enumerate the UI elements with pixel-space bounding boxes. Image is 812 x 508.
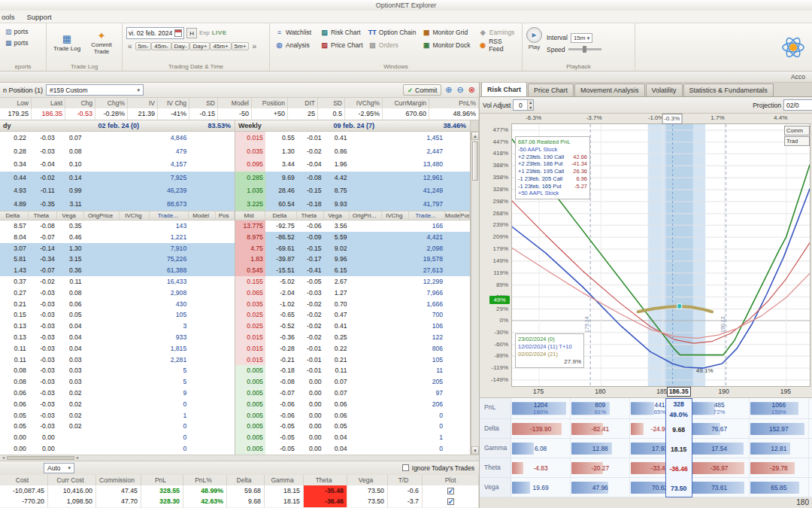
- table-row[interactable]: 4.93-0.110.9946,239: [0, 184, 235, 198]
- table-row[interactable]: 0.015-0.21-0.010.21105: [235, 354, 470, 366]
- scroll-left-icon[interactable]: ◄: [2, 455, 5, 460]
- table-row[interactable]: 0.005-0.18-0.010.1111: [235, 365, 470, 376]
- windows-item-option-chain[interactable]: TTOption Chain: [367, 29, 421, 36]
- position-select[interactable]: #159 Custom▾: [46, 84, 144, 96]
- table-row[interactable]: 0.005-0.050.000.041: [235, 432, 470, 443]
- menu-support[interactable]: Support: [26, 13, 51, 21]
- table-row[interactable]: 0.000.000: [0, 443, 235, 455]
- table-row[interactable]: 0.005-0.050.000.040: [235, 443, 470, 455]
- column-header[interactable]: Delta: [265, 211, 297, 220]
- table-row[interactable]: 0.005-0.060.000.06206: [235, 399, 470, 410]
- menu-tools[interactable]: ools: [2, 13, 14, 21]
- column-header[interactable]: Pos: [216, 211, 235, 220]
- nav-5m-[interactable]: 5m+: [232, 42, 250, 50]
- column-header[interactable]: Vega: [324, 211, 350, 220]
- column-header[interactable]: IVChg: [382, 211, 409, 220]
- tab-movement-analysis[interactable]: Movement Analysis: [574, 84, 645, 96]
- table-row[interactable]: 0.2859.69-0.084.4212,961: [235, 172, 470, 185]
- tab-volatility[interactable]: Volatility: [646, 84, 683, 96]
- table-row[interactable]: 0.34-0.040.104,157: [0, 158, 235, 172]
- commit-trade-button[interactable]: ✦Commit Trade: [85, 26, 118, 60]
- close-position-icon[interactable]: ⊗: [468, 85, 476, 95]
- vol-adjust-stepper[interactable]: 0 ▲▼: [513, 99, 534, 111]
- scroll-down-icon[interactable]: ▼: [471, 446, 479, 455]
- interval-select[interactable]: 15m ▾: [571, 33, 592, 43]
- table-row[interactable]: 0.005-0.060.000.060: [235, 410, 470, 421]
- table-row[interactable]: 0.05-0.030.020: [0, 421, 235, 432]
- nav-45m-[interactable]: 45m-: [151, 42, 171, 50]
- projection-select[interactable]: 02/0: [783, 99, 812, 111]
- table-row[interactable]: 0.005-0.070.000.0797: [235, 388, 470, 399]
- live-indicator[interactable]: LIVE: [212, 29, 227, 36]
- history-button[interactable]: H: [186, 28, 197, 38]
- table-row[interactable]: 3.07-0.141.307,910: [0, 243, 235, 254]
- windows-item-monitor-grid[interactable]: ▦Monitor Grid: [420, 29, 477, 36]
- column-header[interactable]: Mid: [235, 211, 265, 220]
- column-header[interactable]: Model: [189, 211, 216, 220]
- grid-hscrollbar[interactable]: ◄ ►: [0, 455, 479, 461]
- expiry-section-weekly[interactable]: Weekly 09 feb. 24 (7) 38.46%: [235, 120, 471, 132]
- windows-item-monitor-dock[interactable]: ▣Monitor Dock: [420, 41, 477, 49]
- table-row[interactable]: 0.05-0.030.021: [0, 410, 235, 421]
- table-row[interactable]: 1.43-0.070.3661,388: [0, 265, 235, 276]
- tab-statistics-fundamentals[interactable]: Statistics & Fundamentals: [683, 84, 774, 96]
- trade-overlay-button[interactable]: Trad: [784, 136, 810, 146]
- table-row[interactable]: 0.21-0.030.06430: [0, 299, 235, 310]
- column-header[interactable]: OrigPrice: [84, 211, 120, 220]
- column-header[interactable]: IVChg: [120, 211, 150, 220]
- table-row[interactable]: 0.27-0.030.082,908: [0, 287, 235, 299]
- scrollbar-thumb[interactable]: [472, 141, 478, 181]
- trade-log-button[interactable]: ▦Trade Log: [50, 26, 83, 60]
- tab-risk-chart[interactable]: Risk Chart: [481, 83, 527, 96]
- table-row[interactable]: 0.015-0.28-0.010.22806: [235, 343, 470, 354]
- nav-5m-[interactable]: 5m-: [135, 42, 152, 50]
- table-row[interactable]: 0.005-0.050.000.050: [235, 421, 470, 432]
- windows-item-watchlist[interactable]: ≡Watchlist: [274, 29, 319, 36]
- mode-select[interactable]: Auto▾: [44, 463, 74, 473]
- column-header[interactable]: Model: [445, 211, 460, 220]
- grid-scrollbar[interactable]: ▲ ▼: [471, 132, 479, 455]
- table-row[interactable]: 0.28-0.030.08479: [0, 145, 235, 159]
- table-row[interactable]: 0.545-15.51-0.416.1527,613: [235, 265, 470, 276]
- table-row[interactable]: 0.025-0.65-0.020.47700: [235, 309, 470, 321]
- column-header[interactable]: Delta: [0, 211, 29, 220]
- table-row[interactable]: 0.08-0.030.035: [0, 365, 235, 376]
- table-row[interactable]: 4.89-0.353.1188,673: [0, 198, 235, 211]
- nav-day-[interactable]: Day-: [171, 42, 190, 50]
- table-row[interactable]: 0.025-0.52-0.020.41106: [235, 321, 470, 332]
- account-panel-tab[interactable]: Acco: [791, 73, 812, 81]
- ignore-trades-checkbox[interactable]: [402, 464, 409, 471]
- table-row[interactable]: 13.775-92.75-0.063.56166: [235, 221, 470, 232]
- scroll-right-icon[interactable]: ►: [76, 455, 80, 460]
- column-header[interactable]: Trade...: [150, 211, 189, 220]
- nav-day-[interactable]: Day+: [189, 42, 210, 50]
- table-row[interactable]: 0.06-0.030.029: [0, 388, 235, 399]
- column-header[interactable]: Trade...: [409, 211, 445, 220]
- expiry-section-today[interactable]: dy 02 feb. 24 (0) 83.53%: [0, 120, 235, 132]
- table-row[interactable]: 0.0953.44-0.041.9613,480: [235, 158, 470, 172]
- table-row[interactable]: 8.975-86.52-0.095.594,421: [235, 232, 470, 243]
- step-forward-fast-button[interactable]: »: [250, 42, 258, 50]
- commit-button[interactable]: ✓ Commit: [403, 84, 441, 96]
- column-header[interactable]: Theta: [29, 211, 57, 220]
- table-row[interactable]: 1.03528.46-0.158.7541,249: [235, 184, 470, 198]
- table-row[interactable]: 0.035-1.02-0.020.701,666: [235, 299, 470, 310]
- table-row[interactable]: 0.15-0.030.05105: [0, 309, 235, 321]
- windows-item-orders[interactable]: ▤Orders: [367, 41, 421, 49]
- table-row[interactable]: 0.000.000: [0, 432, 235, 443]
- table-row[interactable]: 8.04-0.070.461,221: [0, 232, 235, 243]
- windows-item-earnings[interactable]: ◆Earnings: [477, 29, 518, 36]
- column-header[interactable]: Pos: [460, 211, 470, 220]
- table-row[interactable]: 0.11-0.030.041,815: [0, 343, 235, 354]
- chart-plot-area[interactable]: 179.14190.1249.1% 687.06 Realized PnL-50…: [511, 123, 810, 387]
- windows-item-rss-feed[interactable]: ◉RSS Feed: [477, 38, 518, 53]
- windows-item-analysis[interactable]: ◎Analysis: [274, 41, 319, 49]
- windows-item-price-chart[interactable]: ▨Price Chart: [319, 41, 367, 49]
- speed-slider-thumb[interactable]: [583, 46, 586, 53]
- windows-item-risk-chart[interactable]: ▨Risk Chart: [319, 29, 367, 36]
- table-row[interactable]: 0.13-0.030.04933: [0, 332, 235, 343]
- table-row[interactable]: 0.015-0.36-0.020.25122: [235, 332, 470, 343]
- column-header[interactable]: OrigPri...: [350, 211, 383, 220]
- table-row[interactable]: 5.81-0.343.1575,226: [0, 254, 235, 265]
- table-row[interactable]: 0.11-0.030.032,281: [0, 354, 235, 366]
